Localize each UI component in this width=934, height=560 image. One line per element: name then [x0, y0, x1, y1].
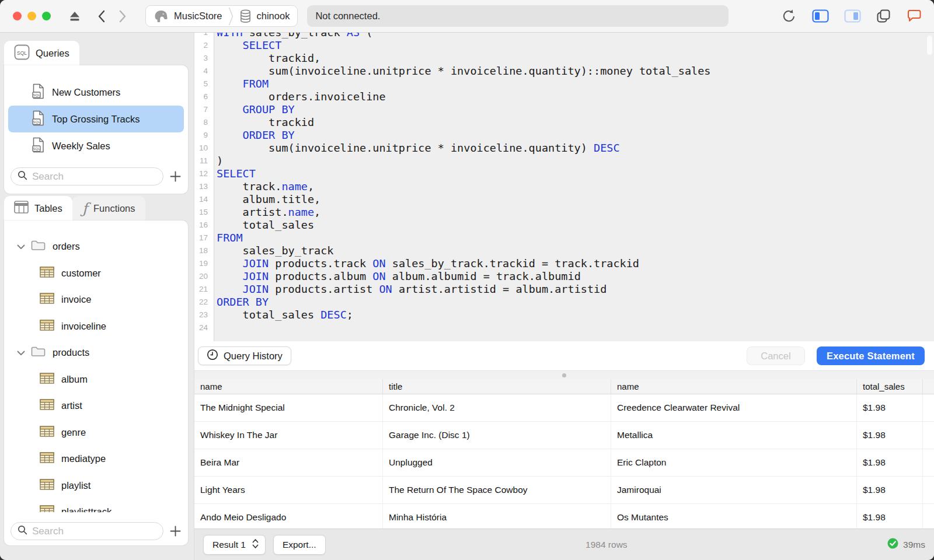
table-cell[interactable] [923, 394, 934, 421]
tree-item-playlist[interactable]: playlist [4, 473, 188, 499]
queries-search-input[interactable] [32, 171, 156, 183]
zoom-window-button[interactable] [42, 12, 51, 20]
code-line[interactable]: sum(invoiceline.unitprice * invoiceline.… [217, 142, 934, 155]
code-line[interactable]: trackid, [217, 52, 934, 65]
editor-scrollbar-thumb[interactable] [927, 36, 932, 55]
query-history-button[interactable]: Query History [198, 346, 291, 365]
tab-queries[interactable]: SQL Queries [4, 41, 79, 65]
eject-disconnect-icon[interactable] [68, 10, 81, 22]
query-item-new-customers[interactable]: SQLNew Customers [8, 79, 184, 106]
close-window-button[interactable] [13, 12, 22, 20]
pane-splitter[interactable] [194, 370, 934, 379]
breadcrumb-server[interactable]: MusicStore [174, 10, 222, 22]
breadcrumb-database[interactable]: chinook [257, 10, 290, 22]
code-line[interactable]: ORDER BY [217, 296, 934, 309]
table-cell[interactable]: Eric Clapton [611, 449, 857, 476]
feedback-bubble-icon[interactable] [906, 9, 922, 23]
code-line[interactable]: track.name, [217, 180, 934, 193]
tab-tables[interactable]: Tables [4, 196, 72, 220]
sql-code[interactable]: WITH sales_by_track AS ( SELECT trackid,… [214, 33, 934, 334]
code-line[interactable]: SELECT [217, 167, 934, 180]
chevron-down-icon[interactable] [16, 244, 26, 250]
tree-item-playlisttrack[interactable]: playlisttrack [4, 499, 188, 512]
table-row[interactable]: Beira MarUnpluggedEric Clapton$1.98 [194, 449, 934, 477]
windows-copy-icon[interactable] [876, 9, 891, 23]
code-line[interactable]: WITH sales_by_track AS ( [217, 33, 934, 39]
tables-search-input[interactable] [32, 526, 156, 537]
chevron-down-icon[interactable] [16, 350, 26, 356]
code-line[interactable]: SELECT [217, 39, 934, 52]
code-line[interactable]: JOIN products.artist ON artist.artistid … [217, 283, 934, 296]
code-line[interactable]: ORDER BY [217, 129, 934, 142]
tables-search[interactable] [11, 522, 163, 540]
toggle-left-sidebar-icon[interactable] [812, 9, 829, 23]
table-row[interactable]: Whiskey In The JarGarage Inc. (Disc 1)Me… [194, 422, 934, 449]
tree-item-customer[interactable]: customer [4, 260, 188, 287]
tree-item-artist[interactable]: artist [4, 393, 188, 419]
column-header-title[interactable]: title [383, 379, 611, 394]
query-item-weekly-sales[interactable]: SQLWeekly Sales [8, 132, 184, 159]
table-cell[interactable]: The Midnight Special [194, 394, 383, 421]
queries-search[interactable] [11, 167, 163, 186]
table-cell[interactable] [923, 422, 934, 449]
code-line[interactable]: artist.name, [217, 206, 934, 219]
code-line[interactable]: sum(invoiceline.unitprice * invoiceline.… [217, 65, 934, 78]
table-cell[interactable]: $1.98 [857, 477, 923, 503]
table-cell[interactable]: $1.98 [857, 504, 923, 528]
tree-item-album[interactable]: album [4, 366, 188, 393]
execute-statement-button[interactable]: Execute Statement [817, 346, 925, 365]
code-line[interactable]: album.title, [217, 193, 934, 206]
code-line[interactable]: GROUP BY [217, 103, 934, 116]
table-cell[interactable]: Jamiroquai [611, 477, 857, 503]
column-header-total-sales[interactable]: total_sales [857, 379, 923, 394]
table-cell[interactable] [923, 504, 934, 528]
table-cell[interactable] [923, 477, 934, 503]
table-cell[interactable]: Metallica [611, 422, 857, 449]
tree-item-invoiceline[interactable]: invoiceline [4, 313, 188, 340]
table-cell[interactable]: Unplugged [383, 449, 611, 476]
table-cell[interactable]: Garage Inc. (Disc 1) [383, 422, 611, 449]
reload-icon[interactable] [781, 8, 797, 24]
code-line[interactable]: JOIN products.album ON album.albumid = t… [217, 270, 934, 283]
code-line[interactable]: ) [217, 155, 934, 167]
table-cell[interactable]: Creedence Clearwater Revival [611, 394, 857, 421]
code-line[interactable]: FROM [217, 78, 934, 90]
code-line[interactable]: FROM [217, 232, 934, 244]
back-button[interactable] [97, 9, 106, 23]
code-line[interactable] [217, 321, 934, 334]
table-row[interactable]: Light YearsThe Return Of The Space Cowbo… [194, 477, 934, 504]
table-row[interactable]: Ando Meio DesligadoMinha HistóriaOs Muta… [194, 504, 934, 528]
code-line[interactable]: trackid [217, 116, 934, 129]
table-cell[interactable]: Beira Mar [194, 449, 383, 476]
toggle-right-sidebar-icon[interactable] [844, 9, 861, 23]
table-cell[interactable]: $1.98 [857, 394, 923, 421]
table-cell[interactable]: $1.98 [857, 449, 923, 476]
result-selector[interactable]: Result 1 [203, 535, 266, 555]
minimize-window-button[interactable] [27, 12, 36, 20]
table-cell[interactable]: Minha História [383, 504, 611, 528]
forward-button[interactable] [119, 9, 127, 23]
query-item-top-grossing-tracks[interactable]: SQLTop Grossing Tracks [8, 106, 184, 132]
tree-item-genre[interactable]: genre [4, 419, 188, 446]
tree-item-invoice[interactable]: invoice [4, 286, 188, 313]
tree-item-orders[interactable]: orders [4, 233, 188, 260]
column-header-name[interactable]: name [194, 379, 383, 394]
tree-item-mediatype[interactable]: mediatype [4, 446, 188, 473]
table-cell[interactable]: The Return Of The Space Cowboy [383, 477, 611, 503]
table-cell[interactable]: Os Mutantes [611, 504, 857, 528]
cancel-button[interactable]: Cancel [747, 346, 805, 365]
table-cell[interactable]: Light Years [194, 477, 383, 503]
table-cell[interactable]: $1.98 [857, 422, 923, 449]
table-row[interactable]: The Midnight SpecialChronicle, Vol. 2Cre… [194, 394, 934, 422]
code-line[interactable]: total_sales [217, 219, 934, 232]
tree-item-products[interactable]: products [4, 340, 188, 366]
tab-functions[interactable]: ƒ Functions [72, 196, 145, 220]
table-cell[interactable]: Chronicle, Vol. 2 [383, 394, 611, 421]
code-line[interactable]: orders.invoiceline [217, 90, 934, 103]
add-table-button[interactable] [168, 523, 183, 539]
export-button[interactable]: Export... [273, 535, 326, 555]
table-cell[interactable]: Ando Meio Desligado [194, 504, 383, 528]
table-cell[interactable]: Whiskey In The Jar [194, 422, 383, 449]
column-header-name[interactable]: name [611, 379, 857, 394]
add-query-button[interactable] [168, 169, 183, 184]
